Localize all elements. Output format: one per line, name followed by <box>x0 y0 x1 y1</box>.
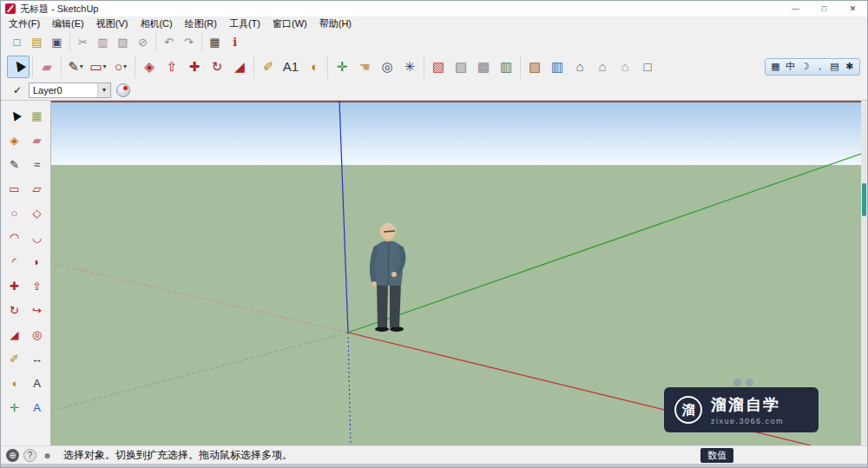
maximize-button[interactable]: □ <box>810 1 838 16</box>
cut[interactable]: ✂ <box>73 32 93 51</box>
rotated-rectangle[interactable]: ▱ <box>26 176 49 201</box>
tape-measure-icon: ✐ <box>10 353 19 365</box>
polygon[interactable]: ◇ <box>26 201 49 225</box>
three-point-arc[interactable]: ◜ <box>3 249 26 274</box>
menu-edit[interactable]: 编辑(E) <box>46 17 90 30</box>
menu-file[interactable]: 文件(F) <box>3 17 46 30</box>
layer-manager-icon[interactable] <box>116 83 130 97</box>
undo[interactable]: ↶ <box>159 32 179 51</box>
model-info-icon: ℹ <box>233 36 237 48</box>
person-leg-left <box>377 283 388 327</box>
select[interactable]: ▶ <box>3 103 26 128</box>
rectangle-dropdown-arrow-icon[interactable]: ▾ <box>103 63 107 70</box>
rotate[interactable]: ↻ <box>3 298 26 322</box>
circle[interactable]: ○▾ <box>109 56 132 78</box>
house-2[interactable]: ⌂ <box>591 56 614 78</box>
status-help-icon[interactable]: ? <box>23 449 36 462</box>
axes[interactable]: ✛ <box>331 56 353 78</box>
open[interactable]: ▤ <box>27 32 47 51</box>
ime-keyboard[interactable]: ▤ <box>828 60 841 74</box>
layer-visible-check[interactable]: ✓ <box>10 82 25 98</box>
ime-tools[interactable]: ✱ <box>843 60 856 74</box>
status-globe-icon[interactable]: ⊕ <box>6 449 19 462</box>
look-around[interactable]: ☚ <box>353 56 376 78</box>
print[interactable]: ▦ <box>205 32 225 51</box>
zoom[interactable]: ◎ <box>376 56 398 78</box>
pie[interactable]: ◗ <box>26 249 49 274</box>
scale[interactable]: ◢ <box>228 56 251 78</box>
text-tool[interactable]: A <box>26 371 49 395</box>
rotate[interactable]: ↻ <box>206 56 228 78</box>
ime-punct[interactable]: ， <box>813 60 826 74</box>
tape-measure[interactable]: ✐ <box>3 346 26 371</box>
ime-mode[interactable]: 中 <box>784 60 797 74</box>
redo[interactable]: ↷ <box>179 32 199 51</box>
text-tool-icon: A <box>33 378 41 389</box>
protractor-icon: ◖ <box>309 60 317 73</box>
minimize-button[interactable]: — <box>781 1 810 16</box>
crate[interactable]: □ <box>636 56 659 78</box>
component-book[interactable]: ▥ <box>546 56 569 78</box>
3d-text-icon: A <box>33 402 41 413</box>
copy[interactable]: ▥ <box>93 32 113 51</box>
viewport[interactable]: 溜 溜溜自学 zixue.3066.com <box>50 101 861 445</box>
rectangle[interactable]: ▭▾ <box>87 56 109 78</box>
close-button[interactable]: ✕ <box>838 1 867 16</box>
dimensions[interactable]: ↔ <box>26 346 49 371</box>
arc[interactable]: ◠ <box>3 225 26 249</box>
layer-dropdown[interactable]: Layer0 ▼ <box>29 82 111 98</box>
model-info[interactable]: ℹ <box>225 32 245 51</box>
select[interactable]: ▶ <box>7 56 30 78</box>
section-fill[interactable]: ▥ <box>495 56 517 78</box>
line-dropdown-arrow-icon[interactable]: ▾ <box>80 63 83 70</box>
menu-help[interactable]: 帮助(H) <box>313 17 358 30</box>
push-pull[interactable]: ⇧ <box>26 274 49 298</box>
circle-dropdown-arrow-icon[interactable]: ▾ <box>123 63 127 70</box>
menu-tools[interactable]: 工具(T) <box>223 17 266 30</box>
erase[interactable]: ⊘ <box>133 32 153 51</box>
menu-camera[interactable]: 相机(C) <box>134 17 178 30</box>
house-1[interactable]: ⌂ <box>569 56 591 78</box>
main-toolbar-group: ▶ <box>4 56 32 78</box>
circle[interactable]: ○ <box>3 201 26 225</box>
ime-grid[interactable]: ▦ <box>769 60 782 74</box>
new[interactable]: □ <box>7 32 27 51</box>
menu-draw[interactable]: 绘图(R) <box>179 17 223 30</box>
line[interactable]: ✎ <box>3 152 26 176</box>
save[interactable]: ▣ <box>47 32 67 51</box>
line[interactable]: ✎▾ <box>64 56 87 78</box>
protractor[interactable]: ◖ <box>302 56 325 78</box>
paint-bucket[interactable]: ◈ <box>138 56 161 78</box>
status-user-icon[interactable]: ☻ <box>41 449 54 462</box>
warehouse-box[interactable]: ▧ <box>523 56 546 78</box>
make-component[interactable]: ▦ <box>26 103 49 128</box>
follow-me[interactable]: ↪ <box>26 298 49 322</box>
right-edge-marker[interactable] <box>862 183 866 216</box>
offset[interactable]: ◎ <box>26 322 49 346</box>
menu-window[interactable]: 窗口(W) <box>266 17 313 30</box>
menu-view[interactable]: 视图(V) <box>90 17 135 30</box>
house-3[interactable]: ⌂ <box>614 56 636 78</box>
section-display-planes[interactable]: ▩ <box>472 56 495 78</box>
axes[interactable]: ✛ <box>3 395 26 419</box>
3d-text[interactable]: A <box>26 395 49 419</box>
paste[interactable]: ▨ <box>113 32 133 51</box>
push-pull[interactable]: ⇧ <box>161 56 183 78</box>
section-display-cuts[interactable]: ▨ <box>450 56 472 78</box>
scale[interactable]: ◢ <box>3 322 26 346</box>
protractor[interactable]: ◖ <box>3 371 26 395</box>
eraser[interactable]: ▰ <box>36 56 58 78</box>
move[interactable]: ✚ <box>183 56 206 78</box>
tape-measure[interactable]: ✐ <box>257 56 279 78</box>
rectangle[interactable]: ▭ <box>3 176 26 201</box>
ime-halfwidth[interactable]: ☽ <box>799 60 812 74</box>
text[interactable]: A1 <box>279 56 302 78</box>
move[interactable]: ✚ <box>3 274 26 298</box>
paint-bucket[interactable]: ◈ <box>3 128 26 152</box>
zoom-extents[interactable]: ✳ <box>398 56 421 78</box>
two-point-arc[interactable]: ◡ <box>26 225 49 249</box>
section-plane[interactable]: ▧ <box>427 56 450 78</box>
freehand[interactable]: ≈ <box>26 152 49 176</box>
layer-dropdown-arrow-icon[interactable]: ▼ <box>97 83 110 97</box>
eraser[interactable]: ▰ <box>26 128 49 152</box>
